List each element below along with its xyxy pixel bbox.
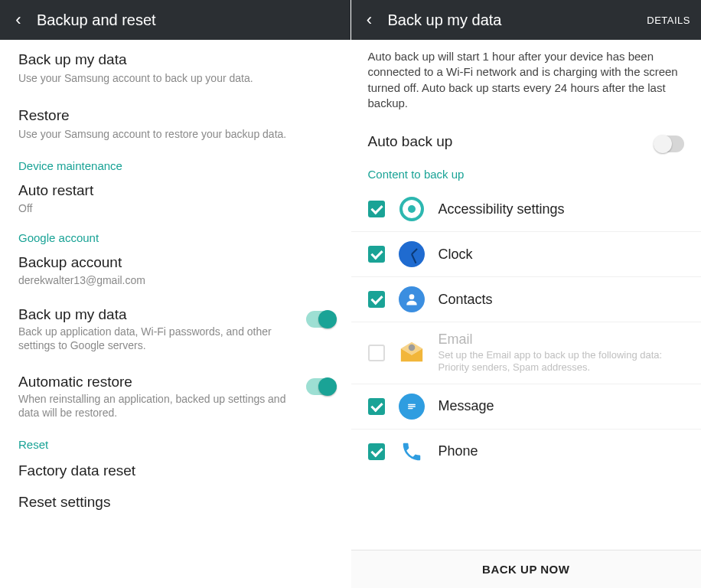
screen-backup-and-reset: ‹ Backup and reset Back up my data Use y…: [0, 0, 351, 588]
checkbox-email: [368, 345, 385, 361]
item-auto-restart[interactable]: Auto restart Off: [0, 175, 350, 224]
content-row-clock[interactable]: Clock: [351, 232, 702, 277]
item-title: Back up my data: [18, 51, 332, 70]
page-title-right: Back up my data: [388, 11, 637, 29]
content-label: Clock: [439, 247, 685, 263]
toggle-automatic-restore[interactable]: [306, 378, 335, 395]
details-button[interactable]: DETAILS: [647, 15, 690, 26]
item-title: Restore: [18, 106, 332, 126]
email-icon: [399, 340, 425, 366]
content-row-contacts[interactable]: Contacts: [351, 277, 702, 322]
toggle-auto-back-up[interactable]: [655, 136, 684, 152]
item-desc: Use your Samsung account to restore your…: [18, 127, 332, 141]
item-title: Auto restart: [18, 181, 332, 201]
content-label: Message: [439, 398, 685, 414]
checkbox-accessibility[interactable]: [368, 201, 385, 217]
item-backup-my-data-google[interactable]: Back up my data Back up application data…: [0, 296, 350, 363]
item-title: Auto back up: [368, 133, 656, 150]
checkbox-message[interactable]: [368, 398, 385, 415]
content-row-email: Email Set up the Email app to back up th…: [351, 322, 702, 384]
checkbox-contacts[interactable]: [368, 291, 385, 308]
item-desc: derekwalter13@gmail.com: [18, 273, 332, 287]
section-google-account: Google account: [0, 224, 350, 247]
back-icon[interactable]: ‹: [362, 10, 377, 30]
content-label: Phone: [439, 443, 685, 459]
message-icon: [399, 394, 425, 420]
section-reset: Reset: [0, 430, 350, 454]
item-restore[interactable]: Restore Use your Samsung account to rest…: [0, 96, 350, 152]
screen-backup-my-data-detail: ‹ Back up my data DETAILS Auto back up w…: [351, 0, 702, 588]
back-up-now-button[interactable]: BACK UP NOW: [351, 550, 702, 588]
item-factory-data-reset[interactable]: Factory data reset: [0, 454, 350, 490]
item-auto-back-up[interactable]: Auto back up: [351, 123, 702, 163]
svg-point-0: [409, 294, 414, 299]
content-label: Email: [439, 332, 685, 348]
content-right: Auto back up will start 1 hour after you…: [351, 40, 702, 588]
item-desc: Back up application data, Wi-Fi password…: [18, 325, 300, 352]
toggle-backup-my-data[interactable]: [306, 311, 335, 328]
page-title-left: Backup and reset: [37, 11, 340, 29]
clock-icon: [399, 241, 425, 267]
content-label: Accessibility settings: [439, 201, 685, 217]
item-title: Automatic restore: [18, 374, 300, 390]
topbar-right: ‹ Back up my data DETAILS: [351, 0, 702, 40]
item-automatic-restore[interactable]: Automatic restore When reinstalling an a…: [0, 363, 350, 430]
content-left: Back up my data Use your Samsung account…: [0, 40, 350, 588]
phone-icon: [399, 439, 425, 465]
contacts-icon: [399, 286, 425, 312]
item-title: Factory data reset: [18, 462, 332, 481]
section-device-maintenance: Device maintenance: [0, 152, 350, 175]
section-content-to-back-up: Content to back up: [351, 163, 702, 187]
svg-point-1: [408, 344, 415, 351]
item-title: Backup account: [18, 253, 332, 273]
content-row-accessibility[interactable]: Accessibility settings: [351, 187, 702, 232]
item-title: Reset settings: [18, 493, 332, 512]
content-label: Contacts: [439, 292, 685, 308]
info-text: Auto back up will start 1 hour after you…: [351, 40, 702, 123]
content-row-message[interactable]: Message: [351, 384, 702, 430]
item-backup-my-data-samsung[interactable]: Back up my data Use your Samsung account…: [0, 40, 350, 96]
checkbox-phone[interactable]: [368, 443, 385, 460]
item-desc: Use your Samsung account to back up your…: [18, 71, 332, 85]
content-desc: Set up the Email app to back up the foll…: [439, 349, 685, 374]
back-icon[interactable]: ‹: [11, 10, 26, 30]
item-desc: Off: [18, 201, 332, 215]
content-row-phone[interactable]: Phone: [351, 430, 702, 474]
item-title: Back up my data: [18, 306, 300, 323]
item-desc: When reinstalling an application, backed…: [18, 392, 300, 420]
checkbox-clock[interactable]: [368, 246, 385, 263]
item-reset-settings[interactable]: Reset settings: [0, 490, 350, 523]
item-backup-account[interactable]: Backup account derekwalter13@gmail.com: [0, 247, 350, 296]
topbar-left: ‹ Backup and reset: [0, 0, 350, 40]
accessibility-icon: [399, 196, 425, 222]
